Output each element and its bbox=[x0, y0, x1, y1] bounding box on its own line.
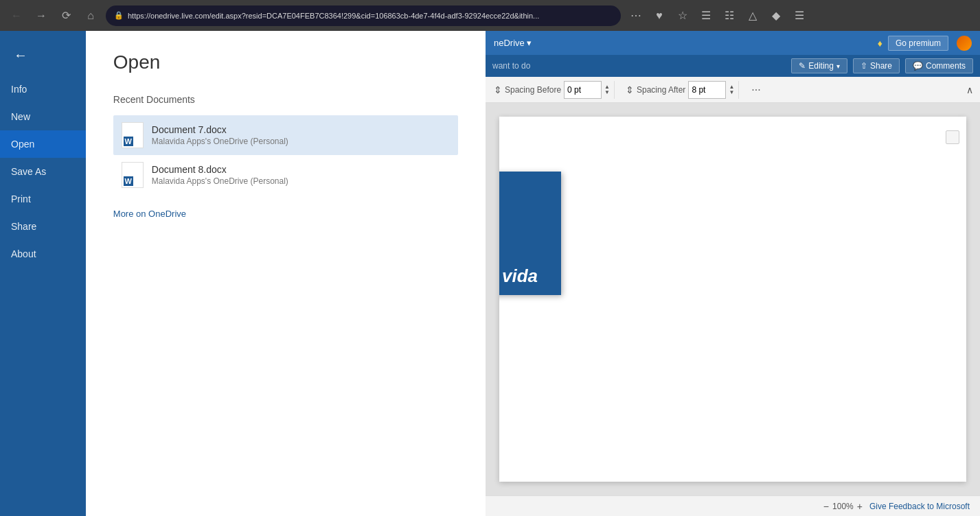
spacing-before-input[interactable] bbox=[564, 81, 602, 99]
word-top-bar-right: ♦ Go premium bbox=[878, 36, 972, 51]
sidebar-item-info[interactable]: Info bbox=[0, 75, 86, 103]
spacing-after-down[interactable]: ▼ bbox=[729, 90, 734, 95]
more-on-onedrive-link[interactable]: More on OneDrive bbox=[113, 209, 186, 219]
more-options-button[interactable]: ⋯ bbox=[626, 6, 646, 25]
go-premium-button[interactable]: Go premium bbox=[888, 36, 948, 51]
reader-icon[interactable]: ☷ bbox=[720, 6, 739, 25]
open-panel-title: Open bbox=[113, 51, 458, 73]
zoom-control: − 100% + bbox=[823, 501, 863, 512]
doc-location-8: Malavida Apps's OneDrive (Personal) bbox=[152, 176, 288, 186]
document-item-8[interactable]: Document 8.docx Malavida Apps's OneDrive… bbox=[113, 155, 458, 195]
share-icon: ⇧ bbox=[861, 61, 867, 71]
sidebar-item-share[interactable]: Share bbox=[0, 213, 86, 240]
back-to-doc-button[interactable]: ← bbox=[7, 41, 34, 69]
editing-dropdown-caret: ▾ bbox=[836, 62, 840, 70]
spacing-before-label: Spacing Before bbox=[505, 85, 561, 95]
refresh-button[interactable]: ⟳ bbox=[56, 6, 76, 25]
feedback-link[interactable]: Give Feedback to Microsoft bbox=[869, 502, 970, 511]
ribbon-right-buttons: ✎ Editing ▾ ⇧ Share 💬 Comments bbox=[791, 58, 973, 73]
sidebar-item-open[interactable]: Open bbox=[0, 130, 86, 158]
zoom-minus-button[interactable]: − bbox=[823, 501, 829, 512]
more-options-button[interactable]: ··· bbox=[749, 81, 763, 99]
document-branding-image: vida bbox=[499, 172, 561, 295]
home-button[interactable]: ⌂ bbox=[81, 6, 100, 25]
spacing-before-group: ⇕ Spacing Before ▲ ▼ bbox=[490, 81, 615, 99]
document-image-area: vida bbox=[499, 172, 602, 298]
go-premium-icon: ♦ bbox=[878, 38, 882, 49]
onedrive-label: neDrive ▾ bbox=[494, 38, 532, 48]
toolbar-expand-button[interactable]: ∧ bbox=[964, 82, 976, 98]
doc-icon-8 bbox=[122, 162, 144, 188]
address-bar[interactable]: 🔒 https://onedrive.live.com/edit.aspx?re… bbox=[106, 5, 621, 26]
want-to-do-area: want to do bbox=[492, 61, 530, 71]
firefox-icon bbox=[957, 36, 972, 51]
doc-image-text: vida bbox=[502, 266, 538, 287]
forward-button[interactable]: → bbox=[32, 6, 51, 25]
spacing-before-spinner: ▲ ▼ bbox=[604, 84, 610, 95]
url-text: https://onedrive.live.com/edit.aspx?resi… bbox=[128, 12, 539, 20]
comments-button[interactable]: 💬 Comments bbox=[905, 58, 973, 73]
spacing-after-icon: ⇕ bbox=[626, 84, 634, 95]
word-statusbar: − 100% + Give Feedback to Microsoft bbox=[486, 495, 980, 516]
word-top-bar-left: neDrive ▾ bbox=[494, 38, 532, 48]
spacing-before-icon: ⇕ bbox=[494, 84, 502, 95]
doc-info-8: Document 8.docx Malavida Apps's OneDrive… bbox=[152, 164, 288, 186]
security-icon: 🔒 bbox=[114, 11, 124, 20]
paragraph-toolbar: ⇕ Spacing Before ▲ ▼ ⇕ Spacing After ▲ bbox=[486, 77, 980, 103]
recent-docs-label: Recent Documents bbox=[113, 94, 458, 105]
sidebar-item-about[interactable]: About bbox=[0, 240, 86, 268]
doc-name-8: Document 8.docx bbox=[152, 164, 288, 175]
user-icon[interactable]: △ bbox=[743, 6, 762, 25]
doc-name-7: Document 7.docx bbox=[152, 124, 288, 135]
ribbon-tab-bar: want to do ✎ Editing ▾ ⇧ Share 💬 Comment… bbox=[486, 55, 980, 77]
comments-icon: 💬 bbox=[913, 61, 923, 71]
open-panel: Open Recent Documents Document 7.docx Ma… bbox=[86, 31, 486, 516]
browser-right-icons: ⋯ ♥ ☆ ☰ ☷ △ ◆ ☰ bbox=[626, 6, 809, 25]
share-button[interactable]: ⇧ Share bbox=[853, 58, 900, 73]
library-icon[interactable]: ☰ bbox=[696, 6, 716, 25]
doc-location-7: Malavida Apps's OneDrive (Personal) bbox=[152, 137, 288, 146]
document-item-7[interactable]: Document 7.docx Malavida Apps's OneDrive… bbox=[113, 115, 458, 155]
scroll-handle[interactable] bbox=[946, 130, 959, 144]
spacing-before-input-group: ▲ ▼ bbox=[564, 81, 610, 99]
word-canvas: vida bbox=[486, 103, 980, 495]
spacing-after-input-group: ▲ ▼ bbox=[688, 81, 734, 99]
spacing-after-label: Spacing After bbox=[637, 85, 685, 95]
spacing-after-spinner: ▲ ▼ bbox=[729, 84, 734, 95]
zoom-plus-button[interactable]: + bbox=[857, 501, 863, 512]
sidebar-item-save-as[interactable]: Save As bbox=[0, 158, 86, 185]
word-top-bar: neDrive ▾ ♦ Go premium bbox=[486, 31, 980, 55]
menu-icon[interactable]: ☰ bbox=[790, 6, 809, 25]
back-button[interactable]: ← bbox=[7, 6, 26, 25]
back-arrow-icon: ← bbox=[14, 47, 27, 63]
sidebar-item-new[interactable]: New bbox=[0, 103, 86, 130]
pocket-icon[interactable]: ♥ bbox=[650, 6, 669, 25]
spacing-before-down[interactable]: ▼ bbox=[604, 90, 610, 95]
document-page: vida bbox=[499, 117, 966, 482]
doc-info-7: Document 7.docx Malavida Apps's OneDrive… bbox=[152, 124, 288, 146]
zoom-value: 100% bbox=[832, 502, 854, 511]
file-sidebar: ← Info New Open Save As Print Share Abou… bbox=[0, 31, 86, 516]
spacing-after-group: ⇕ Spacing After ▲ ▼ bbox=[622, 81, 739, 99]
spacing-after-input[interactable] bbox=[688, 81, 726, 99]
editing-button[interactable]: ✎ Editing ▾ bbox=[791, 58, 847, 73]
sidebar-item-print[interactable]: Print bbox=[0, 185, 86, 213]
want-to-do-text: want to do bbox=[492, 61, 530, 71]
doc-icon-7 bbox=[122, 122, 144, 148]
bookmark-icon[interactable]: ☆ bbox=[673, 6, 692, 25]
extensions-icon[interactable]: ◆ bbox=[766, 6, 786, 25]
browser-chrome: ← → ⟳ ⌂ 🔒 https://onedrive.live.com/edit… bbox=[0, 0, 980, 31]
edit-pencil-icon: ✎ bbox=[799, 61, 806, 71]
word-app: neDrive ▾ ♦ Go premium want to do ✎ Edit… bbox=[486, 31, 980, 516]
main-area: ← Info New Open Save As Print Share Abou… bbox=[0, 31, 980, 516]
